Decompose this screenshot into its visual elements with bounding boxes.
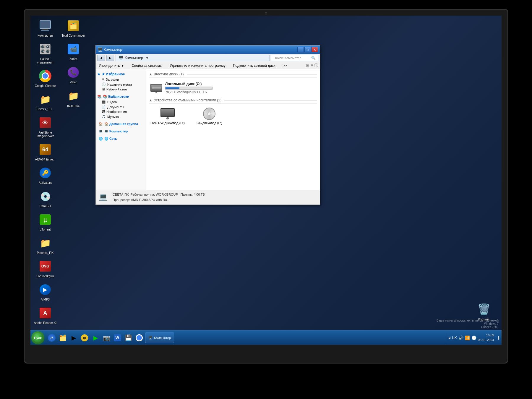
not-genuine-notice: Ваша копия Windows не является подлинной…: [437, 319, 499, 329]
sidebar-libraries-header[interactable]: 📚 📚 Библиотеки: [97, 94, 144, 99]
hard-drives-label: Жесткие диски (1): [154, 72, 184, 76]
sidebar-homegroup[interactable]: 🏠 🏠 Домашняя группа: [97, 121, 144, 126]
tray-show-desktop-icon[interactable]: ▐: [496, 336, 499, 339]
address-bar[interactable]: 🖥️ Компьютер ▼: [116, 55, 270, 61]
drive-cd-icon: [202, 108, 216, 120]
tray-clock[interactable]: 16:09 05.01.2024: [478, 333, 494, 342]
desktop-icon-recycle[interactable]: 🗑️ Корзина: [472, 302, 496, 321]
sidebar-item-images[interactable]: 🖼 Изображения: [97, 109, 144, 114]
taskbar-circled-icon[interactable]: ⊕: [80, 333, 90, 343]
desktop-icon-ultraiso[interactable]: 💿 UltraISO: [33, 189, 57, 208]
back-button[interactable]: ◄: [97, 55, 105, 61]
tray-arrow-icon[interactable]: ◂: [448, 335, 450, 340]
sidebar-item-documents[interactable]: 📄 Документы: [97, 104, 144, 109]
drive-cd-item[interactable]: CD-дисковод (F:): [195, 106, 224, 126]
video-icon: 🎬: [102, 100, 106, 104]
activators-label: Activators: [39, 181, 52, 185]
monitor: Компьютер 🎛️ Панель управления Google Ch…: [24, 9, 508, 364]
sidebar-network[interactable]: 🌐 🌐 Сеть: [97, 136, 144, 141]
favorites-icon: ★: [97, 72, 100, 76]
start-label: Пуск: [34, 336, 41, 340]
sidebar-item-music[interactable]: 🎵 Музыка: [97, 114, 144, 119]
removable-drives: DVD RW дисковод (D:) CD-: [149, 106, 317, 126]
taskbar-app-computer[interactable]: 🖥️ Компьютер: [145, 332, 174, 343]
computer-sidebar-icon: 💻: [99, 129, 103, 133]
tray-sound-icon[interactable]: 🔊: [458, 335, 463, 340]
menu-system-props[interactable]: Свойства системы: [130, 63, 164, 68]
tray-network-icon[interactable]: 📶: [465, 335, 470, 340]
drive-c-info: Локальный диск (C:) 78,2 ГБ свободно из …: [165, 82, 315, 94]
sidebar-favorites-header[interactable]: ★ ★ Избранное: [97, 72, 144, 77]
taskbar-chrome-taskbar-icon[interactable]: [134, 333, 144, 343]
homegroup-icon: 🏠: [99, 122, 103, 126]
ultraiso-label: UltraISO: [40, 205, 51, 208]
sidebar-item-recent[interactable]: 🕐 Недавние места: [97, 82, 144, 87]
desktop-icon-aimp3[interactable]: ▶ AIMP3: [33, 283, 57, 301]
taskbar-app-icon: 🖥️: [148, 336, 153, 340]
forward-button[interactable]: ►: [106, 55, 114, 61]
status-processor: Процессор: AMD E-300 APU with Ra...: [113, 197, 205, 203]
desktop-icon-utorrent[interactable]: µ µTorrent: [33, 213, 57, 231]
address-text: Компьютер: [125, 56, 143, 60]
desktop-icon-totalcmd[interactable]: 🗂️ Total Commander: [61, 19, 85, 38]
sidebar-computer[interactable]: 💻 💻 Компьютер: [97, 129, 144, 134]
removable-collapse-icon: ▲: [149, 98, 153, 102]
desktop-icon-activators[interactable]: 🔑 Activators: [33, 166, 57, 185]
taskbar-cam-icon[interactable]: 📷: [101, 333, 111, 343]
desktop-icon-praktika[interactable]: 📁 практика: [61, 89, 85, 108]
taskbar-app-label: Компьютер: [154, 336, 171, 340]
desktop-icon-ovgorskiy[interactable]: OVG OVGorskiy.ru: [33, 259, 57, 278]
viber-icon: 📞: [66, 65, 80, 80]
taskbar-arrow-icon[interactable]: ▶: [90, 333, 100, 343]
hard-drives-collapse-icon: ▲: [149, 72, 153, 76]
sidebar-item-desktop[interactable]: 🖥 Рабочий стол: [97, 87, 144, 92]
desktop-icon-adobe[interactable]: A Adobe Reader XI: [33, 306, 57, 325]
explorer-window: 🖥️ Компьютер ─ □ ✕ ◄ ► 🖥️ Компьютер: [95, 45, 320, 205]
adobe-icon: A: [38, 306, 52, 320]
desktop-sidebar-icon: 🖥: [102, 87, 105, 91]
aida64-label: AIDA64 Extre...: [35, 158, 56, 161]
desktop-icon-zoom[interactable]: 📹 Zoom: [61, 42, 85, 61]
taskbar: Пуск e 🗂️ ▶: [30, 330, 502, 345]
close-button[interactable]: ✕: [312, 47, 318, 52]
taskbar-ie-icon[interactable]: e: [47, 333, 57, 343]
desktop-icon-aida64[interactable]: 64 AIDA64 Extre...: [33, 142, 57, 161]
desktop-icon-computer[interactable]: Компьютер: [33, 19, 57, 38]
taskbar-disk-icon[interactable]: 💾: [123, 333, 133, 343]
documents-icon: 📄: [102, 105, 106, 109]
search-bar[interactable]: Поиск: Компьютер 🔍: [271, 55, 318, 61]
drive-c-bar-fill: [166, 87, 179, 89]
desktop-icon-faststone[interactable]: 👁 FastStone ImageViewer: [33, 116, 57, 138]
menu-more[interactable]: >>: [281, 63, 288, 68]
chrome-icon: [38, 69, 52, 83]
sidebar-item-downloads[interactable]: ⬇ Загрузки: [97, 77, 144, 82]
drive-dvd-item[interactable]: DVD RW дисковод (D:): [149, 106, 186, 126]
ultraiso-icon: 💿: [38, 189, 52, 203]
menu-organize[interactable]: Упорядочить ▼: [97, 63, 126, 68]
start-button[interactable]: Пуск: [31, 331, 44, 344]
taskbar-media-icon[interactable]: ▶: [69, 333, 79, 343]
recycle-icon: 🗑️: [477, 302, 491, 317]
taskbar-explorer-icon[interactable]: 🗂️: [58, 333, 68, 343]
drive-c-item[interactable]: Локальный диск (C:) 78,2 ГБ свободно из …: [149, 80, 317, 95]
sidebar-item-video[interactable]: 🎬 Видео: [97, 99, 144, 104]
maximize-button[interactable]: □: [304, 47, 311, 52]
status-computer-name: СВЕТА-ПК Рабочая группа: WORKGROUP Памят…: [113, 192, 205, 197]
window-statusbar: 💻 СВЕТА-ПК Рабочая группа: WORKGROUP Пам…: [96, 190, 320, 205]
tray-clock-icon[interactable]: 🕐: [471, 335, 476, 340]
system-tray: ◂ UK 🔊 📶 🕐 16:09 05.01.2024 ▐: [446, 330, 502, 345]
taskbar-word-icon[interactable]: W: [112, 333, 122, 343]
desktop-icon-control-panel[interactable]: 🎛️ Панель управления: [33, 42, 57, 64]
menu-map-drive[interactable]: Подключить сетевой диск: [231, 63, 277, 68]
sidebar-favorites: ★ ★ Избранное ⬇ Загрузки 🕐 Недавние мест…: [97, 72, 144, 92]
minimize-button[interactable]: ─: [297, 47, 304, 52]
desktop-icon-chrome[interactable]: Google Chrome: [33, 69, 57, 88]
drive-dvd-name: DVD RW дисковод (D:): [150, 121, 185, 125]
adobe-label: Adobe Reader XI: [34, 321, 57, 325]
menu-uninstall[interactable]: Удалить или изменить программу: [168, 63, 227, 68]
tray-lang-icon[interactable]: UK: [452, 336, 457, 340]
desktop-icon-patches[interactable]: 📁 Patches_FiX: [33, 236, 57, 255]
sidebar-libraries: 📚 📚 Библиотеки 🎬 Видео 📄 Документы: [97, 94, 144, 119]
desktop-icon-drivers[interactable]: 📁 Drivers_SD...: [33, 92, 57, 111]
desktop-icon-viber[interactable]: 📞 Viber: [61, 65, 85, 84]
